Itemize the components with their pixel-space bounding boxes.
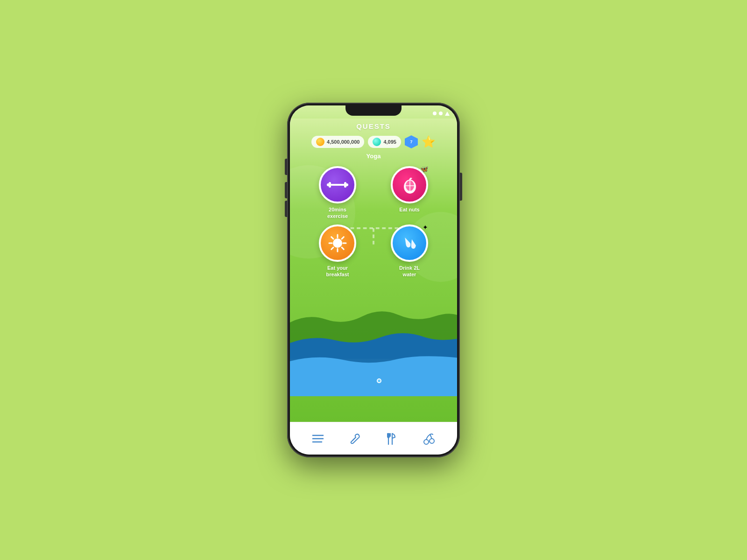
star-badge: ⭐ xyxy=(422,135,436,149)
quest-item-exercise[interactable]: 20mins exercise xyxy=(304,166,371,220)
cherry-icon xyxy=(423,433,435,445)
page-title: QUESTS xyxy=(297,122,450,130)
quest-circle-breakfast xyxy=(319,224,356,262)
status-icons xyxy=(433,112,450,116)
gem-icon xyxy=(373,138,381,146)
bottom-nav xyxy=(290,422,457,455)
quest-circle-water: ✦ xyxy=(391,224,428,262)
screen-content: QUESTS 4,500,000,000 4,095 7 ⭐ Yoga xyxy=(290,119,457,422)
menu-icon xyxy=(312,434,324,443)
wrench-icon xyxy=(350,433,360,444)
nav-item-menu[interactable] xyxy=(312,434,324,443)
quest-item-water[interactable]: ✦ Drink 2L water xyxy=(376,224,443,278)
nut-icon xyxy=(401,175,418,195)
phone-screen: QUESTS 4,500,000,000 4,095 7 ⭐ Yoga xyxy=(290,105,457,455)
gems-amount: 4,095 xyxy=(383,139,396,145)
quest-item-nuts[interactable]: 🦋 Eat nuts xyxy=(376,166,443,220)
notch xyxy=(345,105,402,116)
sparkle-water: ✦ xyxy=(423,224,428,231)
fork-icon xyxy=(386,433,396,445)
coins-pill: 4,500,000,000 xyxy=(311,136,364,148)
svg-line-14 xyxy=(331,237,333,238)
waves-area xyxy=(290,303,457,396)
quest-circle-nuts: 🦋 xyxy=(391,166,428,203)
quest-label-water: Drink 2L water xyxy=(399,265,420,278)
svg-line-16 xyxy=(342,237,344,238)
shield-badge: 7 xyxy=(405,135,418,148)
coin-icon xyxy=(316,138,324,146)
quest-item-breakfast[interactable]: Eat your breakfast xyxy=(304,224,371,278)
nav-item-tools[interactable] xyxy=(350,433,360,444)
status-bar xyxy=(290,105,457,119)
svg-point-28 xyxy=(424,440,429,444)
svg-point-9 xyxy=(333,238,342,248)
quest-label-exercise: 20mins exercise xyxy=(327,206,348,220)
currency-bar: 4,500,000,000 4,095 7 ⭐ xyxy=(290,133,457,151)
svg-point-29 xyxy=(430,439,434,443)
signal-dot-1 xyxy=(433,112,437,115)
svg-line-23 xyxy=(352,438,355,441)
water-drops-icon xyxy=(399,234,420,252)
quest-circle-exercise xyxy=(319,166,356,203)
svg-line-15 xyxy=(342,247,344,249)
coins-amount: 4,500,000,000 xyxy=(327,139,359,145)
signal-triangle xyxy=(445,112,450,116)
dumbbell-icon xyxy=(327,180,348,190)
svg-rect-4 xyxy=(345,183,348,186)
quest-label-breakfast: Eat your breakfast xyxy=(326,265,349,278)
nav-item-cherry[interactable] xyxy=(423,433,435,445)
svg-line-17 xyxy=(331,247,333,249)
gems-pill: 4,095 xyxy=(368,136,401,148)
quest-label-nuts: Eat nuts xyxy=(399,206,419,213)
sparkle-nuts: 🦋 xyxy=(420,165,428,173)
sun-icon xyxy=(327,233,348,253)
svg-rect-2 xyxy=(331,184,345,186)
nav-item-fork[interactable] xyxy=(386,433,396,445)
phone-container: QUESTS 4,500,000,000 4,095 7 ⭐ Yoga xyxy=(287,103,460,457)
header: QUESTS xyxy=(290,119,457,133)
signal-dot-2 xyxy=(439,112,443,115)
yoga-label: Yoga xyxy=(290,153,457,160)
quest-grid: 20mins exercise 🦋 xyxy=(290,160,457,284)
